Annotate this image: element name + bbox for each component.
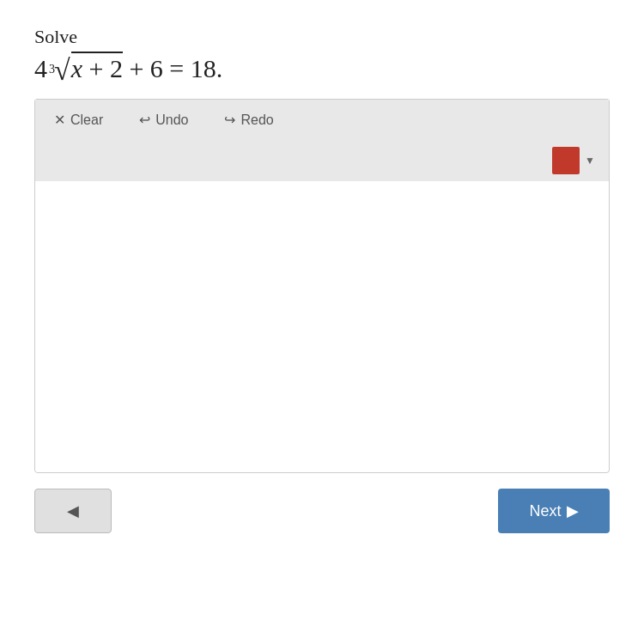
color-swatch-button[interactable] — [552, 147, 580, 174]
color-dropdown-arrow[interactable]: ▼ — [585, 155, 595, 167]
equation-rest: + 6 = 18. — [123, 54, 222, 83]
next-button[interactable]: Next ▶ — [498, 489, 610, 533]
redo-button[interactable]: ↪ Redo — [219, 108, 278, 131]
bottom-nav: ◀ Next ▶ — [34, 489, 610, 533]
equation: 4 3 √ x + 2 + 6 = 18. — [34, 52, 610, 83]
redo-label: Redo — [240, 112, 273, 128]
next-icon: ▶ — [567, 501, 579, 520]
undo-label: Undo — [155, 112, 188, 128]
radical-radicand: x + 2 — [71, 52, 123, 83]
drawing-canvas[interactable] — [34, 181, 610, 473]
back-button[interactable]: ◀ — [34, 489, 112, 533]
clear-label: Clear — [70, 112, 103, 128]
back-icon: ◀ — [67, 501, 79, 520]
next-label: Next — [529, 502, 561, 520]
toolbar-row1: ✕ Clear ↩ Undo ↪ Redo — [34, 99, 610, 140]
problem-section: Solve 4 3 √ x + 2 + 6 = 18. — [34, 26, 610, 83]
radical-expression: 3 √ x + 2 — [47, 52, 123, 83]
toolbar-left: ✕ Clear ↩ Undo ↪ Redo — [49, 108, 279, 131]
clear-icon: ✕ — [54, 112, 65, 128]
work-panel: ✕ Clear ↩ Undo ↪ Redo ▼ — [34, 99, 610, 473]
equation-coefficient: 4 — [34, 54, 47, 83]
undo-icon: ↩ — [139, 112, 150, 128]
toolbar-row2: ▼ — [34, 140, 610, 181]
undo-button[interactable]: ↩ Undo — [134, 108, 193, 131]
solve-label: Solve — [34, 26, 610, 48]
redo-icon: ↪ — [224, 112, 235, 128]
clear-button[interactable]: ✕ Clear — [49, 108, 108, 131]
radical-sign: √ — [54, 56, 70, 85]
